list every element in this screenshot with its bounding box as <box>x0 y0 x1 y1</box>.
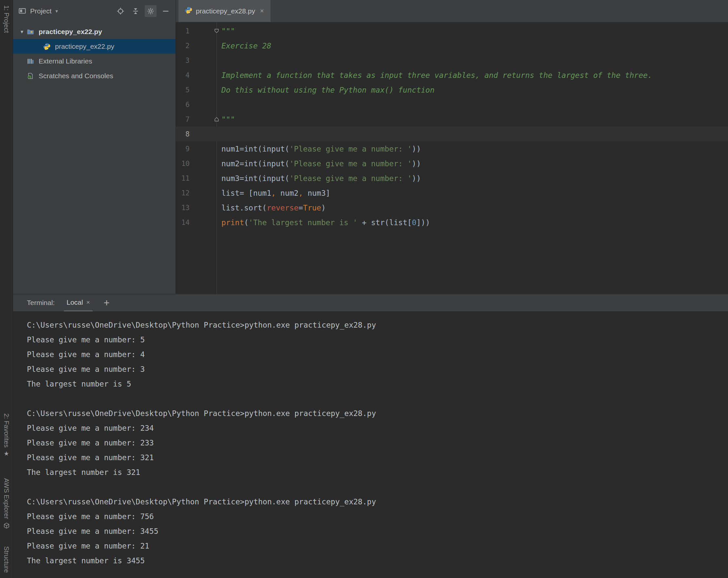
stripe-aws-label: AWS Explorer <box>3 478 10 519</box>
line-number: 10 <box>176 160 216 168</box>
stripe-button-structure[interactable]: Structure <box>3 545 10 574</box>
code-line-8[interactable]: 8 <box>176 127 728 141</box>
folder-icon <box>27 28 37 35</box>
terminal-line: C:\Users\russe\OneDrive\Desktop\Python P… <box>27 318 728 333</box>
scratch-icon <box>27 72 37 80</box>
code-line-text: Implement a function that takes as input… <box>216 71 652 80</box>
project-tool-window: Project ▾ ▼practicepy_ <box>13 0 176 294</box>
terminal-line: C:\Users\russe\OneDrive\Desktop\Python P… <box>27 406 728 421</box>
terminal-line: Please give me a number: 3455 <box>27 524 728 539</box>
terminal-line <box>27 391 728 406</box>
line-number: 7 <box>176 115 216 123</box>
terminal-line: Please give me a number: 756 <box>27 509 728 524</box>
tool-window-icon <box>18 5 27 17</box>
settings-gear-button[interactable] <box>145 5 157 17</box>
main-area: Project ▾ ▼practicepy_ <box>13 0 728 578</box>
close-icon[interactable]: × <box>259 7 264 15</box>
project-tree: ▼practicepy_ex22.pypracticepy_ex22.pyExt… <box>13 22 176 83</box>
terminal-tab-local[interactable]: Local × <box>64 294 93 311</box>
collapse-all-button[interactable] <box>130 5 141 17</box>
fold-down-icon[interactable] <box>214 28 219 34</box>
code-line-text: list= [num1, num2, num3] <box>216 189 330 197</box>
python-file-icon <box>185 6 192 16</box>
tab-practicepy-ex28[interactable]: practicepy_ex28.py × <box>179 0 270 22</box>
code-line-text: list.sort(reverse=True) <box>216 203 326 212</box>
terminal-line: Please give me a number: 4 <box>27 347 728 362</box>
code-lines: 1"""2Exercise 2834Implement a function t… <box>176 22 728 230</box>
terminal-line: C:\Users\russe\OneDrive\Desktop\Python P… <box>27 495 728 509</box>
terminal-label: Terminal: <box>27 299 55 307</box>
hide-tool-window-button[interactable] <box>160 5 172 17</box>
code-line-text: print('The largest number is ' + str(lis… <box>216 218 430 227</box>
line-number: 9 <box>176 145 216 153</box>
project-view-dropdown[interactable]: Project <box>30 7 51 15</box>
code-line-12[interactable]: 12list= [num1, num2, num3] <box>176 186 728 200</box>
line-number: 12 <box>176 189 216 197</box>
code-line-14[interactable]: 14print('The largest number is ' + str(l… <box>176 215 728 230</box>
fold-up-icon[interactable] <box>214 116 219 122</box>
stripe-button-project[interactable]: 1: Project <box>3 4 10 34</box>
code-line-10[interactable]: 10num2=int(input('Please give me a numbe… <box>176 156 728 171</box>
terminal-tab-title: Local <box>67 299 83 306</box>
tool-window-stripe: 1: Project 2: Favorites ★ AWS Explorer S… <box>0 0 13 578</box>
editor-column: practicepy_ex28.py × 1"""2Exercise 2834I… <box>176 0 728 294</box>
tree-item-scratches-and-consoles[interactable]: Scratches and Consoles <box>13 68 176 83</box>
terminal-line: The largest number is 3455 <box>27 553 728 568</box>
terminal-line <box>27 480 728 495</box>
tree-item-label: Scratches and Consoles <box>38 72 113 80</box>
ide-window: 1: Project 2: Favorites ★ AWS Explorer S… <box>0 0 728 578</box>
code-line-13[interactable]: 13list.sort(reverse=True) <box>176 200 728 215</box>
code-line-2[interactable]: 2Exercise 28 <box>176 38 728 53</box>
upper-area: Project ▾ ▼practicepy_ <box>13 0 728 294</box>
terminal-line: The largest number is 5 <box>27 377 728 391</box>
terminal-line: Please give me a number: 234 <box>27 421 728 436</box>
code-line-4[interactable]: 4Implement a function that takes as inpu… <box>176 68 728 82</box>
new-terminal-session-button[interactable]: + <box>104 298 110 308</box>
line-number: 5 <box>176 86 216 94</box>
close-icon[interactable]: × <box>86 299 90 306</box>
code-line-text: num3=int(input('Please give me a number:… <box>216 174 421 183</box>
terminal-line: The largest number is 321 <box>27 465 728 480</box>
tab-title: practicepy_ex28.py <box>196 7 255 15</box>
terminal-line: Please give me a number: 3 <box>27 362 728 377</box>
code-line-1[interactable]: 1""" <box>176 24 728 38</box>
code-line-11[interactable]: 11num3=int(input('Please give me a numbe… <box>176 171 728 186</box>
code-editor[interactable]: 1"""2Exercise 2834Implement a function t… <box>176 22 728 294</box>
code-line-text: Do this without using the Python max() f… <box>216 86 435 94</box>
tree-item-file-practicepy-ex22[interactable]: practicepy_ex22.py <box>13 39 176 54</box>
stripe-project-label: 1: Project <box>3 5 10 33</box>
line-number: 14 <box>176 219 216 226</box>
code-line-7[interactable]: 7""" <box>176 112 728 127</box>
stripe-button-favorites[interactable]: 2: Favorites ★ <box>3 412 10 458</box>
terminal-line: Please give me a number: 321 <box>27 450 728 465</box>
tree-item-label: practicepy_ex22.py <box>38 28 102 36</box>
code-line-5[interactable]: 5Do this without using the Python max() … <box>176 82 728 97</box>
code-line-text: num1=int(input('Please give me a number:… <box>216 145 421 153</box>
chevron-down-icon[interactable]: ▾ <box>55 8 58 14</box>
stripe-favorites-label: 2: Favorites <box>3 413 10 447</box>
tree-item-project-root[interactable]: ▼practicepy_ex22.py <box>13 24 176 39</box>
stripe-structure-label: Structure <box>3 546 10 573</box>
python-icon <box>43 43 53 50</box>
terminal-header: Terminal: Local × + <box>13 294 728 311</box>
editor-tab-bar: practicepy_ex28.py × <box>176 0 728 22</box>
line-number: 6 <box>176 101 216 109</box>
terminal-line: Please give me a number: 5 <box>27 333 728 347</box>
code-line-3[interactable]: 3 <box>176 53 728 68</box>
code-line-6[interactable]: 6 <box>176 97 728 112</box>
code-line-text: Exercise 28 <box>216 42 271 50</box>
line-number: 4 <box>176 71 216 79</box>
line-number: 11 <box>176 174 216 182</box>
tree-item-label: External Libraries <box>38 57 92 65</box>
code-line-9[interactable]: 9num1=int(input('Please give me a number… <box>176 141 728 156</box>
tree-item-label: practicepy_ex22.py <box>55 43 114 50</box>
chevron-expanded-icon[interactable]: ▼ <box>17 29 27 34</box>
code-line-text: num2=int(input('Please give me a number:… <box>216 159 421 168</box>
select-opened-file-button[interactable] <box>114 5 126 17</box>
tree-item-external-libraries[interactable]: External Libraries <box>13 54 176 68</box>
terminal-output[interactable]: C:\Users\russe\OneDrive\Desktop\Python P… <box>13 311 728 578</box>
stripe-button-aws-explorer[interactable]: AWS Explorer <box>3 477 10 531</box>
terminal-line: Please give me a number: 21 <box>27 539 728 553</box>
project-toolbar: Project ▾ <box>13 0 176 22</box>
line-number: 3 <box>176 57 216 64</box>
